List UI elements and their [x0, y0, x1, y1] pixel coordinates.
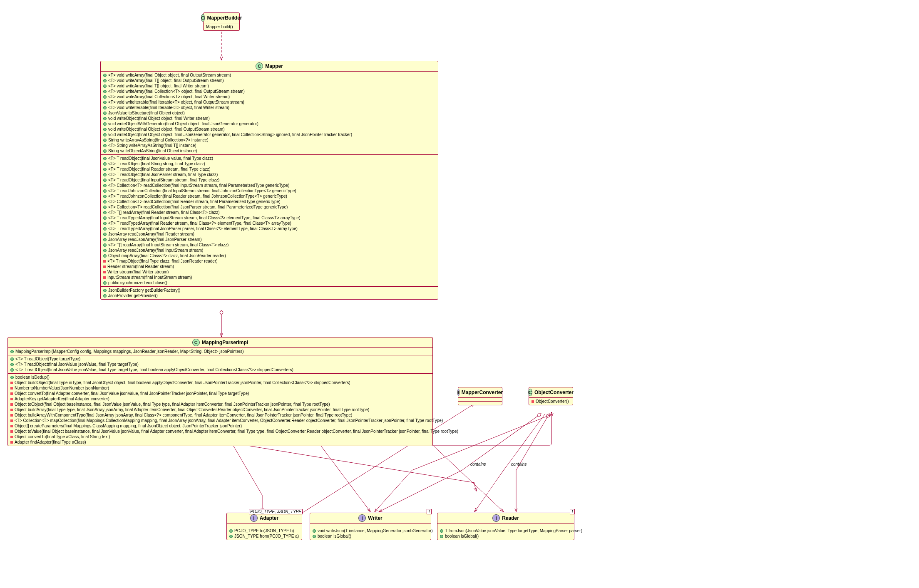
public-icon — [103, 173, 107, 176]
member: InputStream stream(final InputStream str… — [102, 275, 436, 280]
member: <T> void writeArray(final Collection<T> … — [102, 94, 436, 99]
member: boolean isGlobal() — [312, 533, 429, 539]
public-icon — [103, 112, 107, 115]
member: <T> T[] readArray(final InputStream stre… — [102, 242, 436, 248]
edge-impl-writer — [320, 445, 370, 512]
member-text: void writeObject(final Object object, fi… — [108, 127, 225, 132]
class-mapperconverter: IMapperConverter — [458, 387, 502, 405]
member: <T> T readTypedArray(final JsonParser pa… — [102, 226, 436, 231]
member-text: <T> T readObject(final JsonValue jsonVal… — [15, 362, 139, 367]
private-icon — [103, 276, 106, 279]
member-text: ObjectConverter() — [536, 399, 569, 404]
member: Object convertTo(final Type aClass, fina… — [10, 434, 431, 439]
member: <T> String writeArrayAsString(final T[] … — [102, 143, 436, 148]
class-icon: C — [528, 389, 532, 396]
member: <T> Collection<T> readCollection(final R… — [102, 199, 436, 204]
member-text: boolean isDedup() — [15, 375, 50, 380]
public-icon — [103, 294, 107, 298]
class-mappingparserimpl: CMappingParserImpl MappingParserImpl(Map… — [7, 337, 433, 446]
member-text: Mapper build() — [206, 24, 233, 30]
public-icon — [103, 157, 107, 160]
member-text: String writeArrayAsString(final Collecti… — [108, 137, 209, 143]
public-icon — [10, 368, 14, 372]
member-text: Writer stream(final Writer stream) — [107, 269, 169, 275]
public-icon — [229, 535, 233, 538]
member: String writeArrayAsString(final Collecti… — [102, 137, 436, 143]
member-text: <T> T readTypedArray(final InputStream s… — [108, 215, 301, 221]
private-icon — [10, 425, 13, 427]
member: <T> void writeArray(final Collection<T> … — [102, 89, 436, 94]
member: <T> void writeArray(final Object object,… — [102, 72, 436, 78]
type-params: T — [570, 509, 575, 514]
member-text: <T> T readObject(final InputStream strea… — [108, 177, 219, 183]
class-title: MappingParserImpl — [202, 340, 248, 345]
public-icon — [10, 357, 14, 361]
public-icon — [10, 363, 14, 366]
member-text: <T> void writeArray(final Object object,… — [108, 72, 231, 78]
public-icon — [103, 289, 107, 292]
public-icon — [103, 238, 107, 241]
member: Number toNumberValue(JsonNumber jsonNumb… — [10, 385, 431, 391]
member-text: <T> T readObject(final JsonParser stream… — [108, 172, 218, 177]
member-text: Object buildArray(final Type type, final… — [15, 407, 369, 412]
public-icon — [103, 122, 107, 126]
member-text: Object buildArrayWithComponentType(final… — [15, 412, 352, 418]
member-text: <T> void writeArray(final T[] object, fi… — [108, 83, 209, 89]
private-icon — [10, 436, 13, 438]
interface-icon: I — [492, 514, 500, 522]
member-text: JSON_TYPE from(POJO_TYPE a) — [234, 533, 299, 539]
class-icon: C — [192, 339, 200, 346]
member-text: POJO_TYPE to(JSON_TYPE b) — [234, 528, 294, 533]
type-params: T — [427, 509, 432, 514]
member: Mapper build() — [205, 24, 238, 30]
member-text: <T> T readJohnzonCollection(final Reader… — [108, 194, 287, 199]
class-mapperbuilder: CMapperBuilder Mapper build() — [203, 12, 240, 31]
public-icon — [103, 106, 107, 109]
member-text: Adapter findAdapter(final Type aClass) — [15, 439, 86, 445]
member: JsonProvider getProvider() — [102, 293, 436, 298]
member-text: boolean isGlobal() — [445, 533, 479, 539]
member: <T> T readJohnzonCollection(final InputS… — [102, 188, 436, 194]
member: JsonArray readJsonArray(final JsonParser… — [102, 237, 436, 242]
member: AdapterKey getAdapterKey(final Adapter c… — [10, 396, 431, 402]
public-icon — [103, 144, 107, 147]
member: Object buildObject(final Type inType, fi… — [10, 380, 431, 385]
member-text: <T> T readObject(Type targetType) — [15, 356, 80, 362]
class-icon: C — [256, 62, 263, 70]
public-icon — [229, 529, 233, 533]
member: <T> void writeIterable(final Iterable<T>… — [102, 99, 436, 105]
member-text: <T> void writeArray(final T[] object, fi… — [108, 78, 224, 83]
private-icon — [10, 382, 13, 384]
public-icon — [103, 162, 107, 166]
class-reader: T IReader T fromJson(JsonValue jsonValue… — [437, 513, 574, 540]
member-text: <T> T readObject(final JsonValue jsonVal… — [15, 367, 293, 372]
public-icon — [103, 168, 107, 171]
member: <T> T readObject(final InputStream strea… — [102, 177, 436, 183]
member: <T> T readTypedArray(final Reader stream… — [102, 221, 436, 226]
public-icon — [103, 184, 107, 187]
member-text: JsonBuilderFactory getBuilderFactory() — [108, 288, 180, 293]
private-icon — [10, 387, 13, 390]
interface-icon: I — [457, 389, 460, 396]
public-icon — [103, 149, 107, 153]
member-text: Object buildObject(final Type inType, fi… — [15, 380, 350, 385]
member: void writeObjectWithGenerator(final Obje… — [102, 121, 436, 127]
public-icon — [103, 101, 107, 104]
member: <T> T readJohnzonCollection(final Reader… — [102, 194, 436, 199]
member: Object buildArray(final Type type, final… — [10, 407, 431, 412]
class-title: MapperBuilder — [207, 15, 242, 21]
private-icon — [10, 414, 13, 417]
member-text: <T> T mapObject(final Type clazz, final … — [107, 258, 218, 264]
member: <T> T readObject(final String string, fi… — [102, 161, 436, 166]
public-icon — [103, 139, 107, 142]
member: MappingParserImpl(MapperConfig config, M… — [10, 349, 431, 354]
public-icon — [103, 179, 107, 182]
private-icon — [10, 419, 13, 422]
public-icon — [10, 376, 14, 379]
private-icon — [103, 260, 106, 263]
member: Adapter findAdapter(final Type aClass) — [10, 439, 431, 445]
member-text: JsonProvider getProvider() — [108, 293, 158, 298]
member: T fromJson(JsonValue jsonValue, Type tar… — [439, 528, 572, 533]
class-title: Reader — [502, 515, 519, 521]
public-icon — [440, 535, 443, 538]
